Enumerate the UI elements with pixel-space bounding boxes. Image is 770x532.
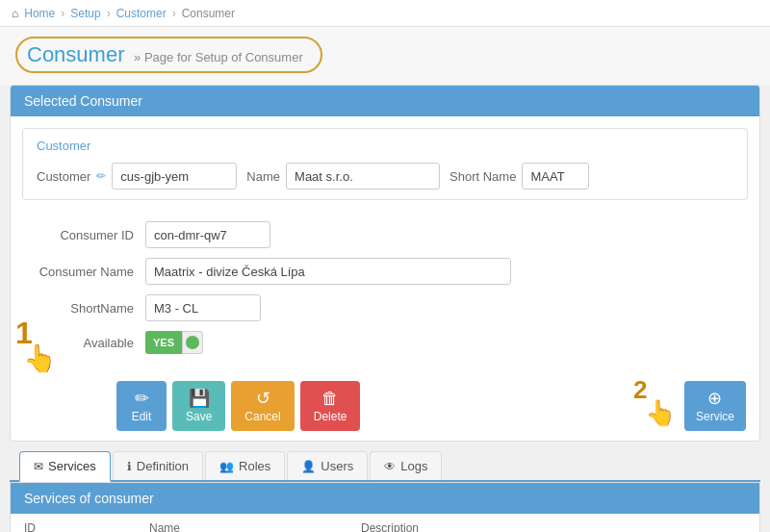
- service-plus-icon: ⊕: [707, 390, 722, 407]
- customer-section-title: Customer: [37, 139, 733, 153]
- sep3: ›: [172, 7, 176, 20]
- customer-field-group: Customer ✏: [37, 163, 237, 190]
- breadcrumb-home[interactable]: Home: [24, 7, 55, 20]
- edit-button[interactable]: ✏ Edit: [116, 381, 167, 431]
- customer-label: Customer: [37, 169, 90, 184]
- page-header-inner: Consumer » Page for Setup of Consumer: [15, 37, 322, 73]
- consumer-name-input[interactable]: [145, 258, 511, 285]
- selected-consumer-panel: Selected Consumer Customer Customer ✏ Na…: [10, 85, 760, 442]
- tabs-bar: ✉ Services ℹ Definition 👥 Roles 👤 Users …: [10, 451, 760, 482]
- col-id-header: ID: [24, 521, 149, 532]
- tab-roles[interactable]: 👥 Roles: [205, 451, 285, 480]
- consumer-name-row: Consumer Name: [30, 258, 740, 285]
- tab-definition[interactable]: ℹ Definition: [113, 451, 203, 480]
- service-btn-wrap: ⊕ Service: [684, 381, 746, 431]
- delete-button[interactable]: 🗑 Delete: [300, 381, 361, 431]
- sep1: ›: [61, 7, 64, 20]
- name-input[interactable]: [286, 163, 440, 190]
- pencil-icon[interactable]: ✏: [96, 169, 106, 183]
- roles-tab-label: Roles: [239, 459, 270, 473]
- customer-input[interactable]: [112, 163, 237, 190]
- service-button[interactable]: ⊕ Service: [684, 381, 746, 431]
- available-row: Available YES: [30, 331, 740, 354]
- short-name-field-group: Short Name: [449, 163, 589, 190]
- tab-users[interactable]: 👤 Users: [287, 451, 368, 480]
- users-tab-label: Users: [321, 459, 353, 473]
- toggle-handle[interactable]: [182, 331, 203, 354]
- consumer-id-row: Consumer ID: [30, 221, 740, 248]
- breadcrumb-setup[interactable]: Setup: [70, 7, 100, 20]
- consumer-id-input[interactable]: [145, 221, 270, 248]
- form-short-name-input[interactable]: [145, 294, 261, 321]
- short-name-label: Short Name: [449, 169, 516, 184]
- save-button[interactable]: 💾 Save: [172, 381, 225, 431]
- tab-logs[interactable]: 👁 Logs: [370, 451, 442, 480]
- available-toggle[interactable]: YES: [145, 331, 203, 354]
- services-tab-label: Services: [48, 459, 96, 473]
- cancel-icon: ↺: [256, 390, 270, 407]
- page-title: Consumer: [27, 42, 124, 66]
- name-label: Name: [246, 169, 280, 184]
- btn-group: ✏ Edit 💾 Save ↺ Cancel 🗑 Delete: [116, 381, 360, 431]
- services-panel: Services of consumer ID Name Description: [10, 482, 760, 532]
- breadcrumb: ⌂ Home › Setup › Customer › Consumer: [0, 0, 770, 27]
- action-bar: ✏ Edit 💾 Save ↺ Cancel 🗑 Delete: [11, 373, 759, 441]
- consumer-id-label: Consumer ID: [30, 228, 145, 242]
- col-name-header: Name: [149, 521, 361, 532]
- services-panel-header: Services of consumer: [11, 483, 759, 514]
- short-name-row: ShortName: [30, 294, 740, 321]
- cancel-label: Cancel: [244, 410, 280, 423]
- delete-label: Delete: [314, 410, 347, 423]
- cancel-button[interactable]: ↺ Cancel: [231, 381, 294, 431]
- definition-tab-icon: ℹ: [127, 460, 132, 473]
- logs-tab-label: Logs: [400, 459, 427, 473]
- sep2: ›: [107, 7, 111, 20]
- breadcrumb-current: Consumer: [182, 7, 235, 20]
- roles-tab-icon: 👥: [219, 460, 234, 473]
- available-label: Available: [30, 336, 145, 350]
- customer-section: Customer Customer ✏ Name Short Name: [22, 128, 748, 200]
- edit-label: Edit: [132, 410, 152, 423]
- col-desc-header: Description: [361, 521, 746, 532]
- services-table-header: ID Name Description: [11, 514, 759, 532]
- form-body: Consumer ID Consumer Name ShortName Avai…: [11, 212, 759, 373]
- delete-icon: 🗑: [321, 390, 339, 407]
- short-name-input[interactable]: [522, 163, 589, 190]
- services-tab-icon: ✉: [34, 460, 43, 473]
- breadcrumb-customer[interactable]: Customer: [116, 7, 167, 20]
- logs-tab-icon: 👁: [384, 460, 396, 473]
- name-field-group: Name: [246, 163, 440, 190]
- edit-icon: ✏: [135, 390, 149, 407]
- tab-services[interactable]: ✉ Services: [19, 451, 111, 482]
- home-icon: ⌂: [12, 7, 18, 20]
- form-short-name-label: ShortName: [30, 301, 145, 316]
- service-label: Service: [696, 410, 734, 423]
- toggle-circle: [186, 336, 199, 349]
- page-header: Consumer » Page for Setup of Consumer: [0, 27, 770, 85]
- save-label: Save: [186, 410, 212, 423]
- toggle-yes-label: YES: [145, 331, 182, 354]
- page-subtitle: » Page for Setup of Consumer: [134, 50, 303, 64]
- save-icon: 💾: [189, 390, 210, 407]
- definition-tab-label: Definition: [137, 459, 189, 473]
- users-tab-icon: 👤: [301, 460, 316, 473]
- panel-header: Selected Consumer: [11, 86, 759, 116]
- consumer-name-label: Consumer Name: [30, 265, 145, 279]
- customer-row: Customer ✏ Name Short Name: [37, 163, 733, 190]
